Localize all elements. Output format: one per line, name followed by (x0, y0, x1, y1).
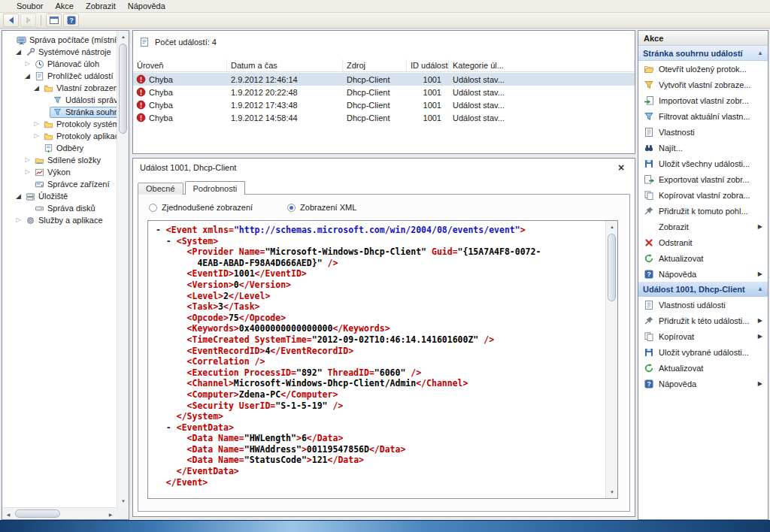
xml-line: </System> (156, 411, 605, 422)
action-item[interactable]: Otevřít uložený protok... (638, 61, 768, 77)
table-row[interactable]: Chyba2.9.2012 12:46:14Dhcp-Client1001Udá… (133, 73, 635, 86)
action-item[interactable]: Uložit vybrané události... (638, 344, 768, 360)
scroll-up-icon[interactable]: ▲ (117, 31, 129, 43)
scroll-up-icon[interactable]: ▲ (606, 221, 618, 233)
action-item[interactable]: ?Nápověda▶ (638, 376, 768, 391)
radio-group-0: Zjednodušené zobrazení (149, 203, 253, 212)
tree-item[interactable]: ▷Výkon (2, 166, 117, 178)
tree-item[interactable]: Správa počítače (místní) (2, 34, 117, 46)
collapse-chevron-icon[interactable]: ▲ (754, 286, 763, 292)
back-button[interactable] (3, 14, 19, 27)
action-item[interactable]: Aktualizovat (638, 250, 768, 266)
collapse-icon[interactable]: ◢ (14, 46, 23, 58)
action-item[interactable]: Zobrazit▶ (638, 219, 768, 234)
expand-icon[interactable]: ▷ (23, 58, 32, 70)
radio-unchecked[interactable] (149, 204, 157, 212)
collapse-chevron-icon[interactable]: ▲ (754, 50, 763, 56)
tree-item[interactable]: ▷Protokoly aplikací a (2, 130, 117, 142)
tree-item[interactable]: Správce zařízení (2, 178, 117, 190)
submenu-arrow-icon: ▶ (758, 333, 762, 340)
tree-item[interactable]: Správa disků (2, 202, 117, 214)
action-item[interactable]: Exportovat vlastní zobr... (638, 171, 768, 187)
column-header-4[interactable]: Kategorie úl... (449, 59, 635, 71)
column-header-0[interactable]: Úroveň (133, 59, 227, 71)
action-group-header-1[interactable]: Událost 1001, Dhcp-Client▲ (638, 282, 768, 297)
menu-item-0[interactable]: Soubor (11, 1, 49, 11)
shared-folders-icon (35, 156, 44, 165)
column-header-2[interactable]: Zdroj (343, 59, 407, 71)
tree-item[interactable]: ◢Vlastní zobrazení (2, 82, 117, 94)
menu-item-3[interactable]: Nápověda (122, 1, 171, 11)
scrollbar-thumb[interactable] (119, 44, 127, 134)
save-icon (644, 159, 654, 169)
scroll-down-icon[interactable]: ▼ (117, 495, 129, 507)
tree-item[interactable]: ◢Úložiště (2, 190, 117, 202)
action-item[interactable]: Najít... (638, 140, 768, 156)
expand-icon[interactable]: ▷ (23, 154, 32, 166)
table-row[interactable]: Chyba1.9.2012 17:43:48Dhcp-Client1001Udá… (133, 98, 635, 111)
action-item[interactable]: Kopírovat▶ (638, 328, 768, 344)
action-item[interactable]: Uložit všechny události... (638, 156, 768, 171)
attach-icon (644, 206, 654, 216)
tree-item[interactable]: ▷Sdílené složky (2, 154, 117, 166)
action-item-label: Aktualizovat (659, 364, 703, 373)
submenu-arrow-icon: ▶ (758, 271, 762, 277)
tree-horizontal-scrollbar[interactable]: ◀ ▶ (2, 507, 117, 519)
collapse-icon[interactable]: ◢ (23, 70, 32, 82)
action-item[interactable]: Odstranit (638, 234, 768, 250)
action-item[interactable]: Aktualizovat (638, 360, 768, 376)
action-item[interactable]: ?Nápověda▶ (638, 266, 768, 282)
action-item[interactable]: Vlastnosti (638, 124, 768, 140)
close-icon[interactable]: × (614, 162, 628, 174)
custom-view-icon (53, 95, 62, 105)
scrollbar-thumb[interactable] (608, 234, 616, 301)
event-detail-title: Událost 1001, Dhcp-Client (140, 163, 236, 172)
scrollbar-thumb[interactable] (15, 509, 60, 518)
tree-item[interactable]: ▷Služby a aplikace (2, 214, 117, 226)
folder-icon (44, 83, 53, 93)
action-item[interactable]: Přidružit k této události...▶ (638, 313, 768, 328)
action-item-label: Nápověda (659, 270, 696, 279)
tree-vertical-scrollbar[interactable]: ▲ ▼ (117, 31, 129, 507)
scroll-left-icon[interactable]: ◀ (2, 508, 14, 520)
action-item[interactable]: Kopírovat vlastní zobra... (638, 187, 768, 203)
collapse-icon[interactable]: ◢ (14, 190, 23, 202)
performance-icon (35, 168, 44, 177)
scroll-right-icon[interactable]: ▶ (105, 508, 117, 520)
tree-item[interactable]: ◢Prohlížeč událostí (2, 70, 117, 82)
xml-vertical-scrollbar[interactable]: ▲ ▼ (605, 221, 617, 498)
tree-item[interactable]: Odběry (2, 142, 117, 154)
expand-icon[interactable]: ▷ (32, 118, 41, 130)
menu-item-1[interactable]: Akce (49, 1, 79, 11)
tree-item[interactable]: ▷Plánovač úloh (2, 58, 117, 70)
tree-item[interactable]: Stránka souhrnu (2, 106, 117, 118)
category-cell: Událost stav... (449, 75, 635, 84)
table-row[interactable]: Chyba1.9.2012 14:58:44Dhcp-Client1001Udá… (133, 111, 635, 124)
action-item[interactable]: Filtrovat aktuální vlastn... (638, 108, 768, 124)
console-button[interactable] (46, 14, 62, 27)
tab-details[interactable]: Podrobnosti (185, 181, 246, 195)
action-item[interactable]: Vytvořit vlastní zobraze... (638, 77, 768, 92)
column-header-3[interactable]: ID události (407, 59, 449, 71)
action-group-header-0[interactable]: Stránka souhrnu událostí▲ (638, 46, 768, 61)
level-label: Chyba (149, 101, 173, 110)
tree-item[interactable]: Události správy (2, 94, 117, 106)
action-item[interactable]: Vlastnosti události (638, 297, 768, 313)
action-item[interactable]: Importovat vlastní zobr... (638, 92, 768, 108)
column-header-1[interactable]: Datum a čas (227, 59, 343, 71)
action-item[interactable]: Přidružit k tomuto pohl... (638, 203, 768, 219)
tree-item[interactable]: ◢Systémové nástroje (2, 46, 117, 58)
expand-icon[interactable]: ▷ (32, 130, 41, 142)
events-list-pane: Počet událostí: 4 ÚroveňDatum a časZdroj… (132, 30, 635, 154)
collapse-icon[interactable]: ◢ (32, 82, 41, 94)
radio-group-1: Zobrazení XML (287, 203, 356, 212)
help-button[interactable]: ? (63, 14, 79, 27)
tree-item[interactable]: ▷Protokoly systému W (2, 118, 117, 130)
expand-icon[interactable]: ▷ (23, 166, 32, 178)
tab-general[interactable]: Obecné (138, 183, 183, 195)
expand-icon[interactable]: ▷ (14, 214, 23, 226)
scroll-down-icon[interactable]: ▼ (606, 486, 618, 498)
table-row[interactable]: Chyba1.9.2012 20:22:48Dhcp-Client1001Udá… (133, 86, 635, 98)
menu-item-2[interactable]: Zobrazit (80, 1, 122, 11)
radio-checked[interactable] (287, 204, 296, 212)
